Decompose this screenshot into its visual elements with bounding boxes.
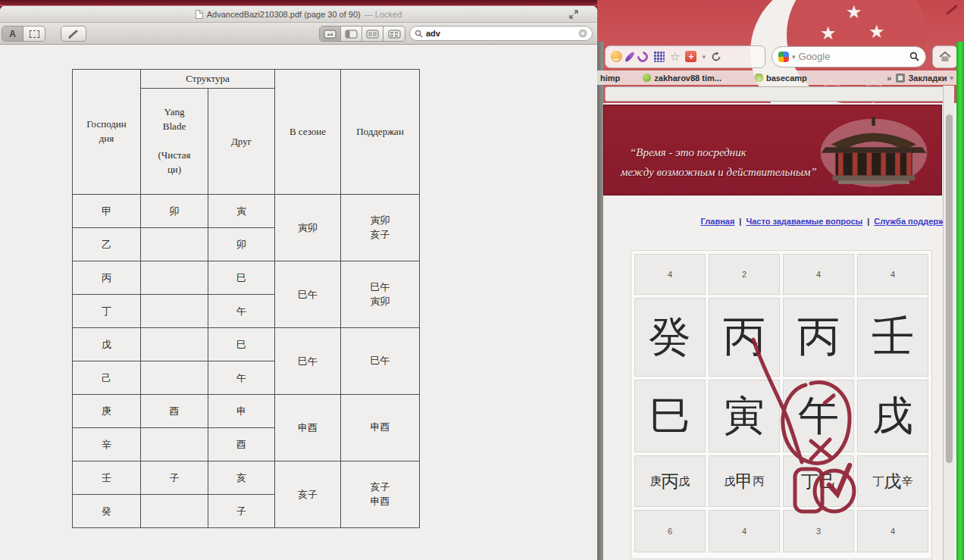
- smiley-addon-icon[interactable]: [611, 51, 622, 62]
- clear-search-icon[interactable]: [578, 29, 587, 38]
- bookmark-star-icon[interactable]: ☆: [670, 50, 680, 64]
- feather-addon-icon[interactable]: [624, 50, 636, 62]
- pillar-score[interactable]: 4: [634, 254, 706, 295]
- bookmark-item[interactable]: basecamp: [755, 74, 807, 83]
- hidden-stems-cell[interactable]: 丁己: [783, 455, 854, 507]
- page-top-bar: [605, 86, 950, 102]
- pillar-score[interactable]: 4: [709, 510, 780, 552]
- table-cell: 巳午: [275, 328, 341, 395]
- header-day-master: Господин дня: [73, 70, 141, 195]
- pdf-locked-label: — Locked: [365, 10, 402, 19]
- hidden-stem: 戊: [679, 474, 690, 489]
- grid-addon-icon[interactable]: [653, 51, 665, 62]
- table-cell: 戊: [73, 328, 141, 361]
- table-cell: 辛: [73, 428, 141, 461]
- pillar-score[interactable]: 4: [783, 254, 854, 295]
- two-pages-icon: [366, 30, 379, 39]
- table-cell: 午: [208, 361, 275, 395]
- earthly-branch-cell[interactable]: 巳: [634, 380, 706, 452]
- hidden-stem-main: 丁己: [801, 470, 836, 493]
- google-logo-icon[interactable]: [778, 52, 789, 62]
- table-cell: 巳: [208, 261, 275, 295]
- earthly-branch-cell[interactable]: 寅: [709, 380, 780, 452]
- bookmarks-overflow-chevron[interactable]: »: [887, 74, 891, 83]
- grid-row-bottom-numbers: 6 4 3 4: [634, 510, 928, 552]
- search-engine-dropdown-icon[interactable]: ▾: [792, 53, 796, 61]
- addon-plus-icon[interactable]: +: [685, 51, 696, 62]
- hidden-stem: 丁: [873, 474, 884, 489]
- pdf-preview-window: AdvancedBazi210308.pdf (page 30 of 90) —…: [0, 6, 597, 560]
- view-contact-sheet-button[interactable]: [383, 27, 405, 41]
- window-edge: [597, 42, 603, 560]
- earthly-branch-cell[interactable]: 午: [783, 380, 854, 452]
- annotate-pencil-button[interactable]: [61, 26, 86, 42]
- reload-icon[interactable]: [711, 52, 721, 62]
- text-select-tool-button[interactable]: A: [2, 27, 23, 41]
- marquee-icon: [30, 30, 39, 38]
- pillar-score[interactable]: 4: [857, 254, 928, 295]
- hidden-stems-cell[interactable]: 丁 戊 辛: [857, 455, 928, 507]
- table-cell: 申酉: [341, 395, 420, 461]
- table-cell: 庚: [73, 395, 141, 428]
- table-cell: [141, 328, 208, 361]
- hidden-stems-cell[interactable]: 戊 甲 丙: [709, 455, 780, 507]
- search-icon: [415, 30, 423, 38]
- chevron-down-icon[interactable]: ▾: [702, 53, 706, 61]
- hidden-stems-cell[interactable]: 庚 丙 戊: [634, 455, 706, 507]
- view-two-pages-button[interactable]: [362, 27, 383, 41]
- pdf-search-value: adv: [426, 29, 575, 38]
- hidden-stem: 庚: [650, 474, 662, 489]
- header-supported: Поддержан: [341, 70, 420, 195]
- nav-link-faq[interactable]: Часто задаваемые вопросы: [746, 217, 862, 226]
- search-icon[interactable]: [909, 52, 919, 61]
- screen: AdvancedBazi210308.pdf (page 30 of 90) —…: [0, 0, 964, 560]
- earthly-branch-cell[interactable]: 戌: [857, 380, 928, 452]
- table-cell: 卯: [141, 195, 208, 228]
- table-cell: 酉: [208, 428, 275, 461]
- view-thumbnails-button[interactable]: [341, 27, 362, 41]
- pillar-score[interactable]: 3: [783, 510, 854, 552]
- home-button[interactable]: [932, 45, 958, 68]
- table-cell: 寅: [208, 195, 275, 228]
- pdf-titlebar[interactable]: AdvancedBazi210308.pdf (page 30 of 90) —…: [0, 6, 597, 23]
- heavenly-stem-cell[interactable]: 癸: [634, 298, 706, 377]
- home-icon: [939, 52, 951, 62]
- nav-link-home[interactable]: Главная: [701, 217, 735, 226]
- search-bar[interactable]: ▾ Google: [772, 46, 926, 67]
- link-separator: |: [739, 217, 741, 226]
- pillar-score[interactable]: 4: [857, 510, 928, 552]
- heavenly-stem-cell[interactable]: 丙: [783, 298, 854, 377]
- bookmark-item[interactable]: zakharov88 tim...: [643, 74, 721, 83]
- fullscreen-icon[interactable]: [568, 9, 579, 20]
- web-page: “Время - это посредник между возможным и…: [603, 103, 958, 560]
- pdf-page[interactable]: Господин дня Структура В сезоне Поддержа…: [0, 45, 597, 560]
- heavenly-stem-cell[interactable]: 壬: [857, 298, 928, 377]
- search-input[interactable]: Google: [799, 51, 906, 62]
- table-cell: 甲: [73, 195, 141, 228]
- view-content-only-button[interactable]: [320, 27, 341, 41]
- scrollbar-thumb[interactable]: [946, 114, 953, 463]
- nav-link-support[interactable]: Служба поддержки: [874, 217, 953, 226]
- hidden-stem-main: 戊: [884, 470, 902, 493]
- pavilion-image: [817, 110, 931, 189]
- addon-icons-box: ☆ + ▾: [605, 45, 765, 68]
- firefox-window: ★ ★ ★ ☆ ☆ ☆ + ▾ ▾: [597, 0, 964, 560]
- heavenly-stem-cell[interactable]: 丙: [709, 298, 780, 377]
- bookmark-item[interactable]: himp: [600, 74, 620, 83]
- site-motto: “Время - это посредник между возможным и…: [630, 143, 817, 182]
- swirl-addon-icon[interactable]: [635, 49, 650, 64]
- table-cell: 寅卯 亥子: [341, 195, 420, 261]
- table-cell: 丙: [73, 261, 141, 295]
- table-cell: [141, 261, 208, 295]
- rect-select-tool-button[interactable]: [23, 27, 45, 41]
- pillar-score[interactable]: 2: [709, 254, 780, 295]
- header-friend: Друг: [208, 89, 275, 195]
- pillar-score[interactable]: 6: [634, 510, 706, 552]
- motto-line1: “Время - это посредник: [630, 143, 817, 163]
- header-yang-blade: Yang Blade (Чистая ци): [141, 89, 208, 195]
- bookmarks-menu-label: Закладки: [908, 74, 947, 83]
- bookmarks-menu-button[interactable]: Закладки ▾: [896, 74, 953, 83]
- browser-scrollbar[interactable]: [943, 86, 954, 560]
- pdf-search-field[interactable]: adv: [409, 26, 593, 41]
- table-cell: 卯: [208, 228, 275, 261]
